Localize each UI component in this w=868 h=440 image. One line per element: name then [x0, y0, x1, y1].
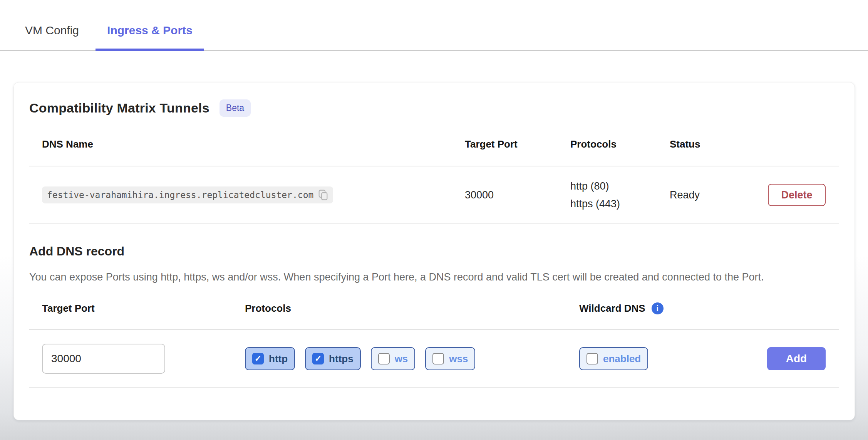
table-row: festive-varahamihira.ingress.replicatedc… [29, 166, 839, 224]
protocol-checkbox-label: http [269, 353, 288, 365]
status-cell: Ready [670, 189, 753, 201]
checkbox-unchecked-icon [432, 353, 444, 364]
beta-badge: Beta [220, 99, 251, 117]
compatibility-matrix-tunnels-card: Compatibility Matrix Tunnels Beta DNS Na… [13, 82, 855, 420]
delete-button[interactable]: Delete [768, 184, 826, 206]
wildcard-enabled-label: enabled [603, 353, 641, 365]
checkbox-unchecked-icon [586, 353, 598, 364]
column-header-protocols: Protocols [570, 138, 670, 150]
wildcard-dns-field-wrap: enabled [579, 347, 753, 370]
target-port-cell: 30000 [465, 189, 570, 201]
protocol-line-http: http (80) [570, 177, 670, 195]
target-port-field-wrap [29, 344, 245, 374]
checkbox-checked-icon: ✓ [312, 353, 324, 364]
protocol-checkbox-https[interactable]: ✓ https [305, 347, 361, 370]
tunnels-table-header: DNS Name Target Port Protocols Status [29, 138, 839, 166]
protocol-checkbox-wss[interactable]: wss [425, 347, 475, 370]
dns-name-cell: festive-varahamihira.ingress.replicatedc… [29, 186, 465, 203]
column-header-status: Status [670, 138, 753, 150]
form-label-wildcard-dns-wrap: Wildcard DNS i [579, 302, 753, 314]
protocol-checkbox-label: https [329, 353, 354, 365]
form-label-wildcard-dns: Wildcard DNS [579, 302, 645, 314]
protocol-checkbox-http[interactable]: ✓ http [245, 347, 295, 370]
protocol-checkbox-label: wss [449, 353, 468, 365]
target-port-input[interactable] [42, 344, 165, 374]
column-header-target-port: Target Port [465, 138, 570, 150]
copy-icon[interactable] [318, 189, 328, 201]
protocol-line-https: https (443) [570, 195, 670, 213]
protocols-cell: http (80) https (443) [570, 177, 670, 213]
add-dns-form-row: ✓ http ✓ https ws wss enabled Add [29, 330, 839, 388]
add-dns-form-header: Target Port Protocols Wildcard DNS i [29, 302, 839, 330]
tab-vm-config[interactable]: VM Config [25, 24, 79, 50]
add-dns-record-title: Add DNS record [29, 244, 839, 259]
add-button[interactable]: Add [767, 347, 826, 370]
checkbox-checked-icon: ✓ [252, 353, 264, 364]
form-label-protocols: Protocols [245, 302, 579, 314]
column-header-dns-name: DNS Name [29, 138, 465, 150]
page-title: Compatibility Matrix Tunnels [29, 101, 209, 116]
protocol-checkbox-group: ✓ http ✓ https ws wss [245, 347, 579, 370]
tab-ingress-ports[interactable]: Ingress & Ports [96, 24, 204, 50]
add-dns-record-description: You can expose Ports using http, https, … [29, 269, 839, 285]
form-label-target-port: Target Port [29, 302, 245, 314]
protocol-checkbox-ws[interactable]: ws [371, 347, 416, 370]
tab-bar: VM Config Ingress & Ports [0, 0, 868, 51]
dns-name-pill: festive-varahamihira.ingress.replicatedc… [42, 186, 333, 203]
info-icon[interactable]: i [652, 302, 664, 314]
wildcard-enabled-checkbox[interactable]: enabled [579, 347, 648, 370]
card-title-row: Compatibility Matrix Tunnels Beta [29, 99, 839, 117]
protocol-checkbox-label: ws [395, 353, 408, 365]
dns-name-value: festive-varahamihira.ingress.replicatedc… [47, 190, 313, 200]
checkbox-unchecked-icon [378, 353, 390, 364]
